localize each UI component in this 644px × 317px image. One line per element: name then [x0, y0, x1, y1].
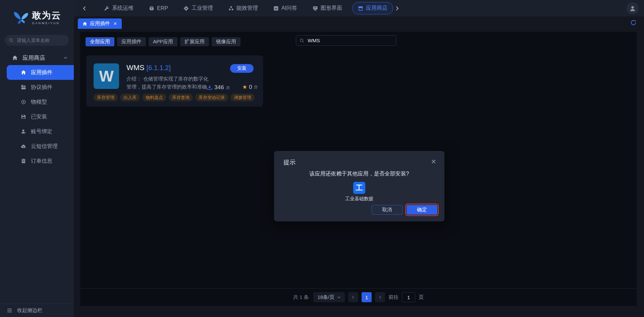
- app-search-input[interactable]: [307, 37, 393, 44]
- sidebar-item-label: 已安装: [31, 113, 47, 120]
- gear-icon: [183, 6, 189, 11]
- filter-mirror-apps[interactable]: 镜像应用: [212, 37, 240, 46]
- nav-item-label: 能效管理: [236, 5, 258, 12]
- next-page-button[interactable]: [375, 292, 385, 302]
- user-icon: [21, 129, 26, 134]
- sidebar-item-order-info[interactable]: 订单信息: [0, 154, 74, 168]
- wrench-icon: [104, 6, 109, 11]
- model-icon: [21, 99, 26, 105]
- sidebar-item-installed[interactable]: 已安装: [0, 109, 74, 124]
- confirm-button[interactable]: 确定: [407, 205, 437, 215]
- app-card-wms[interactable]: W WMS[6.1.1.2] 安装 介绍： 仓储管理实现了库存的数字化管理，提高…: [86, 55, 263, 107]
- nav-item-label: 工业管理: [192, 5, 213, 12]
- nav-back-chevron-icon[interactable]: [82, 6, 87, 11]
- cloud-icon: [21, 144, 26, 149]
- filter-group: 全部应用 应用插件 APP应用 扩展应用 镜像应用: [86, 37, 240, 46]
- user-avatar[interactable]: [627, 2, 639, 14]
- collapse-sidebar-label: 收起侧边栏: [17, 307, 42, 314]
- tag: 库存变动记录: [195, 94, 228, 101]
- sidebar-item-label: 账号绑定: [31, 128, 52, 135]
- tab-app-plugins[interactable]: 应用插件 ✕: [78, 18, 122, 29]
- user-avatar-icon: [629, 5, 636, 12]
- sidebar-item-label: 物模型: [31, 99, 47, 106]
- brand-subtitle: GANWEIYUN: [32, 21, 60, 25]
- app-search-box[interactable]: [296, 35, 396, 46]
- dependency-app-icon: 工: [353, 182, 365, 194]
- brand-logo: 敢为云 GANWEIYUN: [0, 5, 74, 31]
- tag: 库存管理: [94, 94, 118, 101]
- nav-item-label: 图形界面: [321, 5, 342, 12]
- goto-page-input[interactable]: [402, 292, 415, 302]
- page-size-select[interactable]: 18条/页: [313, 292, 345, 302]
- chevron-left-icon: [351, 295, 355, 299]
- nav-item-system-ops[interactable]: 系统运维: [99, 2, 139, 14]
- app-version: [6.1.1.2]: [147, 64, 171, 71]
- svg-text:AI: AI: [275, 7, 277, 10]
- download-number: 346: [214, 84, 224, 91]
- sidebar-item-account-binding[interactable]: 账号绑定: [0, 124, 74, 139]
- nav-item-ai-qa[interactable]: AI AI问答: [268, 2, 303, 14]
- sidebar-group-label: 应用商店: [22, 54, 45, 62]
- search-icon: [300, 38, 304, 43]
- nav-item-graphic-ui[interactable]: 图形界面: [307, 2, 347, 14]
- installed-icon: [21, 114, 26, 119]
- tab-close-icon[interactable]: ✕: [113, 21, 117, 26]
- refresh-icon[interactable]: [630, 19, 637, 26]
- filter-extension-apps[interactable]: 扩展应用: [180, 37, 209, 46]
- dialog-close-icon[interactable]: ✕: [429, 156, 438, 167]
- filter-app-apps[interactable]: APP应用: [149, 37, 177, 46]
- download-unit: 次: [226, 85, 230, 91]
- erp-icon: [149, 6, 154, 11]
- app-logo: W: [94, 63, 119, 89]
- install-button[interactable]: 安装: [230, 64, 254, 73]
- prev-page-button[interactable]: [348, 292, 358, 302]
- chevron-up-icon: [63, 56, 68, 60]
- dialog-message: 该应用还依赖于其他应用，是否全部安装?: [274, 170, 444, 177]
- nav-item-erp[interactable]: ERP: [144, 3, 173, 14]
- nav-item-industry-mgmt[interactable]: 工业管理: [178, 2, 218, 14]
- page-number-1[interactable]: 1: [362, 292, 372, 302]
- star-icon: ★: [242, 84, 247, 91]
- menu-search-box[interactable]: [5, 35, 69, 46]
- monitor-icon: [313, 6, 318, 11]
- tag: 物料盘点: [142, 94, 166, 101]
- download-count: 346 次: [207, 84, 230, 91]
- brand-title: 敢为云: [32, 11, 61, 21]
- nav-item-label: 系统运维: [112, 5, 133, 12]
- tab-strip: 应用插件 ✕: [74, 16, 644, 29]
- page-size-value: 18条/页: [317, 294, 334, 301]
- tab-label: 应用插件: [90, 20, 110, 27]
- pagination-bar: 共 1 条 18条/页 1 前往 页: [80, 288, 637, 306]
- tag: 库存查询: [169, 94, 193, 101]
- order-icon: [21, 158, 26, 164]
- butterfly-logo-icon: [13, 9, 30, 26]
- cancel-button[interactable]: 取消: [372, 205, 402, 215]
- sidebar-item-protocol-plugins[interactable]: 协议插件: [0, 80, 74, 95]
- filter-app-plugins[interactable]: 应用插件: [117, 37, 146, 46]
- nav-item-label: 应用商店: [366, 5, 387, 12]
- filter-all-apps[interactable]: 全部应用: [86, 37, 114, 46]
- nav-item-app-store[interactable]: 应用商店: [352, 2, 393, 14]
- sidebar-item-app-plugins[interactable]: 应用插件: [7, 65, 74, 80]
- nav-item-energy-mgmt[interactable]: 能效管理: [223, 2, 263, 14]
- nav-forward-chevron-icon[interactable]: [394, 6, 400, 11]
- store-icon: [358, 6, 363, 11]
- search-icon: [9, 38, 13, 43]
- menu-search-input[interactable]: [16, 37, 65, 43]
- sidebar-item-label: 订单信息: [31, 158, 52, 165]
- collapse-sidebar[interactable]: 收起侧边栏: [0, 304, 74, 317]
- sidebar-item-thing-model[interactable]: 物模型: [0, 95, 74, 109]
- app-name: WMS: [126, 63, 145, 72]
- nav-item-label: AI问答: [281, 5, 297, 12]
- sidebar-group-app-store[interactable]: 应用商店: [0, 50, 74, 65]
- download-icon: [207, 85, 212, 90]
- tag: 出入库: [120, 94, 140, 101]
- tag-list: 库存管理 出入库 物料盘点 库存查询 库存变动记录 调拨管理: [94, 94, 255, 101]
- sidebar-item-label: 协议插件: [31, 84, 52, 91]
- plugin-icon: [21, 85, 26, 90]
- top-navigation: 系统运维 ERP 工业管理 能效管理: [74, 0, 644, 16]
- dependency-app-label: 工业基础数据: [274, 196, 444, 202]
- sidebar-item-label: 应用插件: [31, 69, 52, 76]
- sidebar-item-cloud-sms[interactable]: 云短信管理: [0, 139, 74, 154]
- rating: ★ 0 分: [242, 84, 258, 91]
